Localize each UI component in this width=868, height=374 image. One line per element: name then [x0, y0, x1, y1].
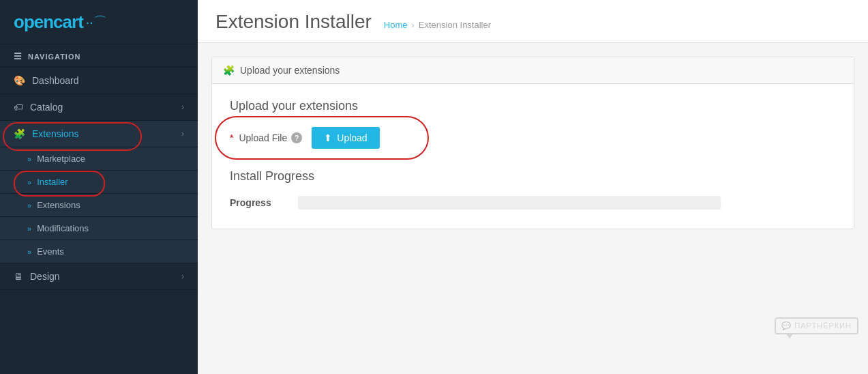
sidebar-item-catalog[interactable]: 🏷 Catalog ›: [0, 94, 198, 121]
card-header: 🧩 Upload your extensions: [212, 57, 854, 84]
extensions-icon: 🧩: [14, 128, 25, 139]
dashboard-icon: 🎨: [14, 75, 25, 86]
sidebar-item-label-extensions: Extensions: [32, 128, 78, 139]
card-header-label: Upload your extensions: [240, 65, 340, 76]
sidebar-sub-item-installer[interactable]: » Installer: [0, 171, 198, 194]
main-content: Extension Installer Home › Extension Ins…: [198, 0, 868, 374]
upload-oval-wrapper: * Upload File ? ⬆ Upload: [230, 127, 380, 149]
upload-file-label: * Upload File ?: [230, 132, 302, 143]
upload-button-icon: ⬆: [324, 132, 332, 143]
logo: opencart ··⌒: [0, 0, 198, 44]
card-body: Upload your extensions * Upload File ? ⬆…: [212, 84, 854, 229]
sidebar-item-design[interactable]: 🖥 Design ›: [0, 263, 198, 290]
sidebar-sub-label-events: Events: [37, 246, 64, 257]
hamburger-icon: ☰: [14, 51, 23, 61]
sidebar-sub-item-marketplace[interactable]: » Marketplace: [0, 147, 198, 171]
upload-button-label: Upload: [337, 132, 367, 143]
sidebar-sub-label-extensions: Extensions: [37, 200, 80, 210]
nav-header-label: NAVIGATION: [28, 53, 80, 61]
help-icon[interactable]: ?: [291, 132, 302, 143]
sidebar-item-label-design: Design: [30, 271, 60, 282]
marketplace-arrow-icon: »: [27, 155, 31, 163]
main-body: 🧩 Upload your extensions Upload your ext…: [198, 43, 868, 374]
sidebar-sub-label-installer: Installer: [37, 177, 68, 187]
upload-button[interactable]: ⬆ Upload: [312, 127, 379, 149]
logo-text: opencart: [14, 12, 83, 33]
breadcrumb-separator: ›: [411, 20, 414, 30]
events-arrow-icon: »: [27, 248, 31, 256]
extensions-chevron-icon: ›: [181, 129, 184, 139]
sidebar-item-extensions[interactable]: 🧩 Extensions ›: [0, 121, 198, 147]
sidebar-item-label-dashboard: Dashboard: [32, 75, 79, 86]
sidebar: opencart ··⌒ ☰ NAVIGATION 🎨 Dashboard 🏷 …: [0, 0, 198, 374]
nav-header: ☰ NAVIGATION: [0, 44, 198, 68]
sidebar-item-label-catalog: Catalog: [30, 102, 63, 113]
sidebar-sub-item-events[interactable]: » Events: [0, 240, 198, 263]
sidebar-sub-item-extensions-sub[interactable]: » Extensions: [0, 194, 198, 217]
install-progress-section: Install Progress Progress: [230, 169, 836, 210]
sidebar-sub-item-modifications[interactable]: » Modifications: [0, 217, 198, 240]
sidebar-sub-label-marketplace: Marketplace: [37, 154, 85, 164]
installer-arrow-icon: »: [27, 178, 31, 186]
install-progress-title: Install Progress: [230, 169, 836, 184]
card-header-icon: 🧩: [223, 65, 235, 76]
progress-row: Progress: [230, 196, 836, 210]
catalog-icon: 🏷: [14, 102, 23, 113]
extension-installer-card: 🧩 Upload your extensions Upload your ext…: [211, 57, 854, 229]
breadcrumb-home[interactable]: Home: [384, 20, 408, 30]
extensions-sub-arrow-icon: »: [27, 201, 31, 210]
sidebar-item-dashboard[interactable]: 🎨 Dashboard: [0, 68, 198, 94]
progress-label: Progress: [230, 197, 284, 208]
main-header: Extension Installer Home › Extension Ins…: [198, 0, 868, 43]
modifications-arrow-icon: »: [27, 225, 31, 233]
logo-cart-icon: ··⌒: [86, 13, 107, 31]
design-icon: 🖥: [14, 271, 23, 282]
breadcrumb: Home › Extension Installer: [384, 20, 491, 30]
upload-section: Upload your extensions * Upload File ? ⬆…: [230, 99, 836, 149]
breadcrumb-current: Extension Installer: [419, 20, 491, 30]
upload-label-text: Upload File: [239, 132, 287, 143]
catalog-chevron-icon: ›: [181, 102, 184, 112]
upload-section-title: Upload your extensions: [230, 99, 836, 113]
page-title: Extension Installer: [215, 11, 372, 33]
progress-bar: [298, 196, 721, 210]
required-marker: *: [230, 132, 233, 143]
design-chevron-icon: ›: [181, 272, 184, 281]
sidebar-sub-label-modifications: Modifications: [37, 223, 89, 233]
